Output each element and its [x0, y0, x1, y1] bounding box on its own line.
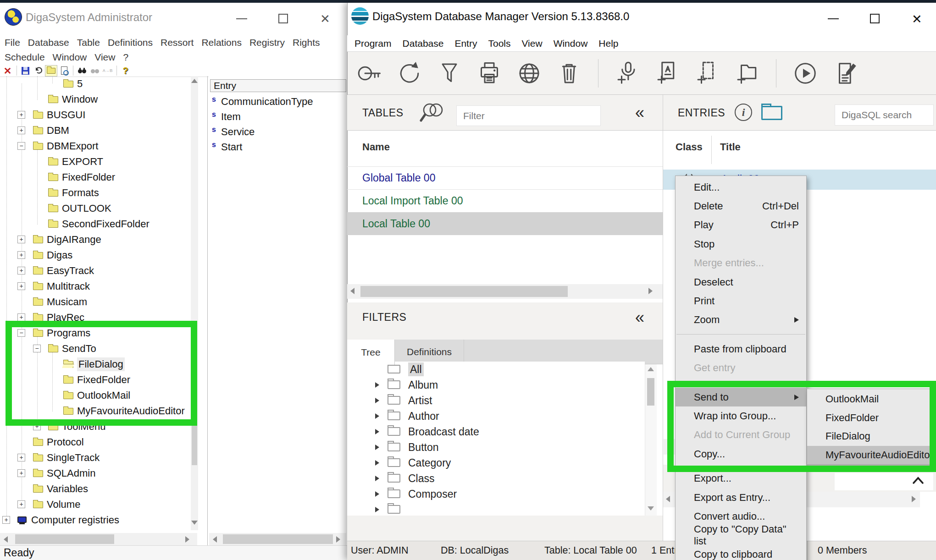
menu-item-deselect[interactable]: Deselect: [676, 273, 806, 291]
expand-triangle-icon[interactable]: [375, 507, 379, 512]
tree-toggle-expand[interactable]: +: [17, 251, 25, 259]
admin-menu-relations[interactable]: Relations: [201, 37, 242, 48]
entry-column-header[interactable]: Entry: [210, 79, 346, 92]
filter-icon[interactable]: [436, 60, 463, 87]
filter-node-button[interactable]: Button: [347, 439, 645, 455]
tree-item-easytrack[interactable]: +EasyTrack: [0, 263, 191, 279]
tree-item-computer-registries[interactable]: +Computer registries: [0, 512, 191, 528]
globe-icon[interactable]: [515, 60, 543, 87]
undo-icon[interactable]: [32, 65, 44, 77]
menu-item-merge-entries[interactable]: Merge entries...: [676, 254, 806, 273]
add-placeholder-icon[interactable]: [693, 60, 721, 87]
menu-item-play[interactable]: PlayCtrl+P: [676, 216, 806, 235]
dbm-minimize-button[interactable]: [828, 18, 839, 19]
tree-item-digairange[interactable]: +DigAIRange: [0, 232, 191, 247]
tree-item-export[interactable]: EXPORT: [0, 154, 191, 170]
tree-item-singletrack[interactable]: +SingleTrack: [0, 450, 191, 466]
dbm-menu-view[interactable]: View: [521, 38, 542, 49]
scroll-left-icon[interactable]: [350, 288, 354, 294]
filter-node-class[interactable]: Class: [347, 471, 645, 486]
open-folder-icon[interactable]: [45, 65, 57, 77]
tree-item-window[interactable]: Window: [0, 92, 191, 107]
menu-item-export-as-entry[interactable]: Export as Entry...: [676, 488, 806, 507]
digasql-search-input[interactable]: [835, 104, 934, 126]
admin-menu-view[interactable]: View: [94, 52, 115, 63]
tree-toggle-expand[interactable]: +: [17, 282, 25, 290]
expand-triangle-icon[interactable]: [375, 460, 379, 466]
delete-icon[interactable]: [555, 60, 583, 87]
add-audio-icon[interactable]: [614, 60, 641, 87]
filter-node-album[interactable]: Album: [347, 377, 645, 393]
menu-item-edit[interactable]: Edit...: [676, 178, 806, 197]
find-icon[interactable]: [76, 65, 88, 77]
menu-item-zoom[interactable]: Zoom: [676, 311, 806, 329]
admin-close-button[interactable]: ✕: [320, 12, 330, 26]
tree-toggle-expand[interactable]: +: [17, 111, 25, 119]
scroll-down-icon[interactable]: [648, 506, 654, 511]
add-folder-icon[interactable]: [733, 60, 761, 87]
tree-toggle-expand[interactable]: +: [17, 126, 25, 134]
tree-item-sqladmin[interactable]: +SQLAdmin: [0, 466, 191, 481]
entry-item-communicationtype[interactable]: sCommunicationType: [209, 94, 346, 110]
menu-item-paste-from-clipboard[interactable]: Paste from clipboard: [676, 340, 806, 358]
scroll-down-icon[interactable]: [191, 521, 198, 525]
admin-pane-divider[interactable]: [207, 76, 208, 545]
tree-item-dbm[interactable]: +DBM: [0, 123, 191, 138]
add-text-entry-icon[interactable]: [654, 60, 681, 87]
tables-hscroll-thumb[interactable]: [360, 286, 568, 297]
entry-item-start[interactable]: sStart: [209, 140, 346, 155]
admin-minimize-button[interactable]: [236, 18, 247, 19]
menu-item-stop[interactable]: Stop: [676, 235, 806, 253]
tree-item-protocol[interactable]: Protocol: [0, 434, 191, 450]
scroll-left-icon[interactable]: [4, 536, 8, 543]
tree-item-5[interactable]: 5: [0, 76, 191, 92]
expand-triangle-icon[interactable]: [375, 476, 379, 481]
tree-toggle-collapse[interactable]: −: [17, 142, 25, 150]
entry-item-service[interactable]: sService: [209, 125, 346, 140]
table-row-global-table-00[interactable]: Global Table 00: [347, 166, 663, 189]
tree-item-formats[interactable]: Formats: [0, 185, 191, 201]
filters-collapse-icon[interactable]: «: [635, 309, 644, 326]
save-icon[interactable]: [19, 65, 32, 77]
dbm-menu-program[interactable]: Program: [354, 38, 392, 49]
tree-toggle-expand[interactable]: +: [17, 500, 25, 508]
tree-item-multitrack[interactable]: +Multitrack: [0, 279, 191, 294]
scroll-right-icon[interactable]: [648, 288, 653, 294]
scroll-right-icon[interactable]: [336, 536, 340, 543]
expand-triangle-icon[interactable]: [375, 413, 379, 419]
menu-item-get-entry[interactable]: Get entry: [676, 359, 806, 378]
admin-menu-schedule[interactable]: Schedule: [5, 52, 45, 63]
table-row-local-table-00[interactable]: Local Table 00: [347, 212, 663, 235]
dbm-maximize-button[interactable]: [870, 14, 880, 23]
filter-node-composer[interactable]: Composer: [347, 486, 645, 502]
close-red-icon[interactable]: ✕: [1, 65, 14, 77]
tab-tree[interactable]: Tree: [347, 340, 395, 365]
tree-item-dbmexport[interactable]: −DBMExport: [0, 138, 191, 154]
filters-vscroll-thumb[interactable]: [647, 378, 654, 406]
expand-triangle-icon[interactable]: [375, 491, 379, 497]
print-icon[interactable]: [476, 60, 503, 87]
tree-item-fixedfolder[interactable]: FixedFolder: [0, 170, 191, 185]
admin-menu-database[interactable]: Database: [28, 37, 69, 48]
menu-item-print[interactable]: Print: [676, 291, 806, 310]
expand-triangle-icon[interactable]: [375, 429, 379, 434]
entry-item-item[interactable]: sItem: [209, 110, 346, 125]
refresh-icon[interactable]: [396, 60, 423, 87]
filter-node-category[interactable]: Category: [347, 455, 645, 471]
play-icon[interactable]: [792, 60, 819, 87]
edit-entry-icon[interactable]: [831, 60, 859, 87]
expand-triangle-icon[interactable]: [375, 445, 379, 450]
entry-hscroll-thumb[interactable]: [223, 534, 333, 544]
info-icon[interactable]: i: [735, 104, 752, 121]
collapse-up-chevron-icon[interactable]: [912, 476, 925, 485]
entries-column-divider[interactable]: [711, 136, 712, 164]
admin-maximize-button[interactable]: [278, 14, 288, 23]
table-row-local-import-table-00[interactable]: Local Import Table 00: [347, 189, 663, 212]
tree-toggle-expand[interactable]: +: [17, 313, 25, 321]
tree-toggle-expand[interactable]: +: [17, 454, 25, 461]
admin-menu-table[interactable]: Table: [77, 37, 100, 48]
expand-triangle-icon[interactable]: [375, 398, 379, 403]
menu-item-delete[interactable]: DeleteCtrl+Del: [676, 197, 806, 215]
tables-column-name[interactable]: Name: [362, 141, 390, 153]
tree-item-variables[interactable]: Variables: [0, 481, 191, 497]
